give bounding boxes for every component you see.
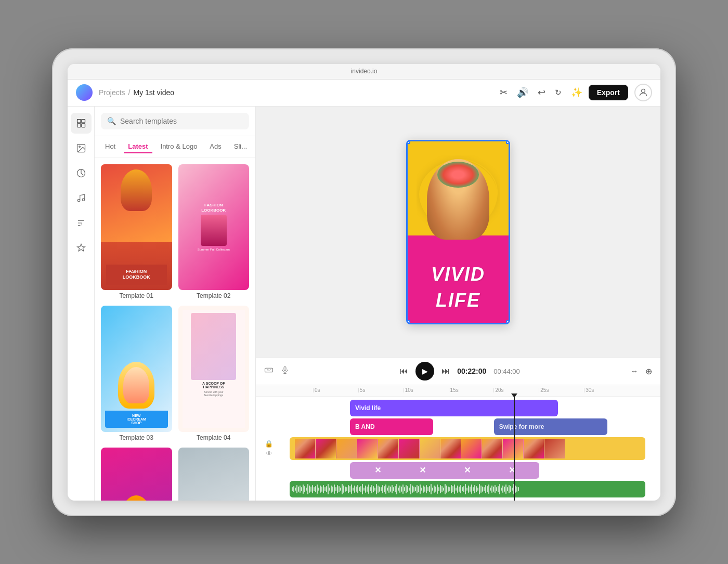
clip-stickers[interactable]: ✕ ✕ ✕ ✕	[350, 462, 539, 479]
ruler-mark-20s: 20s	[493, 388, 539, 392]
tab-slides[interactable]: Sli...	[230, 140, 251, 153]
template-item-03[interactable]: NEWICECREAMSHOP Template 03	[101, 306, 172, 441]
resize-handle-tr[interactable]	[506, 140, 510, 144]
template-item-06[interactable]: Template 06	[178, 448, 250, 501]
magic-wand-icon[interactable]: ✨	[571, 87, 582, 98]
fit-icon[interactable]: ↔	[631, 367, 638, 375]
search-input[interactable]	[120, 117, 243, 125]
volume-icon[interactable]: 🔊	[517, 87, 528, 98]
clip-swipe[interactable]: Swipe for more	[494, 418, 607, 435]
track-vivid-life[interactable]: Vivid life	[282, 400, 660, 416]
ruler-mark-30s: 30s	[584, 388, 629, 392]
vthumb-8	[440, 439, 461, 458]
subtitle-icon[interactable]	[264, 365, 274, 377]
track-stickers[interactable]: ✕ ✕ ✕ ✕	[282, 462, 660, 479]
template-thumb-04: A SCOOP OFHAPPINESS Served with yourfavo…	[178, 306, 250, 432]
svg-point-0	[642, 89, 645, 93]
canvas-viewport: VIVID LIFE	[256, 107, 660, 358]
templates-panel: 🔍 Hot Latest Intro & Logo Ads Sli...	[95, 107, 256, 501]
sidebar-icon-text[interactable]	[71, 213, 92, 233]
clip-video[interactable]	[290, 437, 645, 460]
vivid-text: VIVID	[408, 264, 509, 285]
video-preview-card[interactable]: VIVID LIFE	[406, 140, 510, 324]
svg-point-8	[77, 199, 80, 202]
window-title: invideo.io	[351, 68, 378, 75]
search-wrapper: 🔍	[101, 113, 249, 129]
resize-handle-tl[interactable]	[406, 140, 410, 144]
refresh-icon[interactable]: ↻	[555, 88, 562, 97]
export-button[interactable]: Export	[589, 85, 628, 100]
play-button[interactable]: ▶	[415, 362, 434, 381]
templates-tabs: Hot Latest Intro & Logo Ads Sli...	[95, 136, 255, 158]
sidebar-icon-music[interactable]	[71, 188, 92, 208]
track-audio[interactable]: // Generate audio bars dynamically docum…	[282, 481, 660, 497]
svg-rect-1	[77, 119, 81, 123]
timeline-controls: 🔒 👁	[256, 397, 282, 501]
breadcrumb-projects[interactable]: Projects	[99, 88, 125, 97]
portrait	[427, 159, 489, 240]
svg-rect-2	[81, 119, 85, 123]
svg-rect-4	[81, 123, 85, 127]
tab-ads[interactable]: Ads	[205, 140, 225, 153]
template-item-01[interactable]: FASHIONLOOKBOOK Template 01	[101, 164, 172, 300]
clip-brand-label: B AND	[355, 423, 375, 430]
template-item-04[interactable]: A SCOOP OFHAPPINESS Served with yourfavo…	[178, 306, 250, 441]
template-thumb-06	[178, 448, 250, 501]
redo-icon[interactable]: ↩	[538, 87, 545, 98]
sidebar-icon-media[interactable]	[71, 138, 92, 159]
clip-brand[interactable]: B AND	[350, 418, 433, 435]
video-preview-bg: VIVID LIFE	[408, 141, 509, 323]
sidebar-icon-templates[interactable]	[71, 113, 92, 134]
ruler-mark-5s: 5s	[358, 388, 404, 392]
eye-icon[interactable]: 👁	[266, 450, 272, 457]
template-item-05[interactable]: ★ Template 05	[101, 448, 172, 501]
vthumb-3	[336, 439, 357, 458]
template-thumb-01: FASHIONLOOKBOOK	[101, 164, 172, 291]
clip-vivid-life[interactable]: Vivid life	[350, 400, 558, 416]
vthumb-7	[420, 439, 440, 458]
tab-latest[interactable]: Latest	[124, 140, 152, 153]
track-video[interactable]	[282, 437, 660, 460]
resize-handle-bl[interactable]	[406, 320, 410, 324]
sidebar-icon-favorites[interactable]	[71, 238, 92, 258]
sidebar-icon-transitions[interactable]	[71, 163, 92, 183]
app-logo	[76, 84, 93, 101]
track-brand[interactable]: B AND Swipe for more	[282, 418, 660, 435]
svg-point-9	[82, 198, 85, 201]
clip-audio[interactable]: // Generate audio bars dynamically docum…	[290, 481, 645, 497]
clip-swipe-label: Swipe for more	[499, 423, 544, 430]
lock-icon[interactable]: 🔒	[265, 440, 273, 448]
templates-grid: FASHIONLOOKBOOK Template 01 FASHIONLOOKB…	[95, 158, 255, 501]
template-item-02[interactable]: FASHIONLOOKBOOK Summer Full Collection T…	[178, 164, 250, 300]
prev-button[interactable]: ⏮	[400, 366, 408, 376]
template-thumb-05: ★	[101, 448, 172, 501]
tab-hot[interactable]: Hot	[101, 140, 120, 153]
title-bar: invideo.io	[68, 64, 660, 80]
template-label-03: Template 03	[101, 434, 172, 441]
canvas-area: VIVID LIFE	[256, 107, 660, 501]
ruler-marks: 0s 5s 10s 15s 20s 25s 30s	[313, 388, 629, 392]
resize-handle-br[interactable]	[506, 320, 510, 324]
scissors-icon[interactable]: ✂	[500, 87, 508, 98]
template-label-04: Template 04	[178, 434, 250, 441]
svg-point-6	[79, 146, 80, 147]
sticker-4: ✕	[509, 465, 515, 475]
tab-intro-logo[interactable]: Intro & Logo	[157, 140, 202, 153]
app-window: invideo.io Projects / My 1st video ✂ 🔊 ↩…	[68, 64, 660, 501]
clip-vivid-label: Vivid life	[355, 404, 381, 412]
ruler-mark-0s: 0s	[313, 388, 358, 392]
microphone-icon[interactable]	[281, 366, 289, 376]
ruler-mark-10s: 10s	[404, 388, 449, 392]
vthumb-6	[399, 439, 420, 458]
svg-rect-11	[284, 366, 286, 370]
template-label-01: Template 01	[101, 292, 172, 299]
total-duration: 00:44:00	[493, 368, 520, 375]
zoom-in-icon[interactable]: ⊕	[645, 366, 652, 376]
vthumb-12	[524, 439, 544, 458]
current-time: 00:22:00	[457, 367, 486, 375]
next-button[interactable]: ⏭	[441, 366, 450, 376]
vthumb-10	[482, 439, 503, 458]
toolbar-icons: ✂ 🔊 ↩ ↻ ✨	[500, 87, 582, 98]
template-label-02: Template 02	[178, 292, 250, 299]
user-avatar[interactable]	[634, 84, 652, 101]
